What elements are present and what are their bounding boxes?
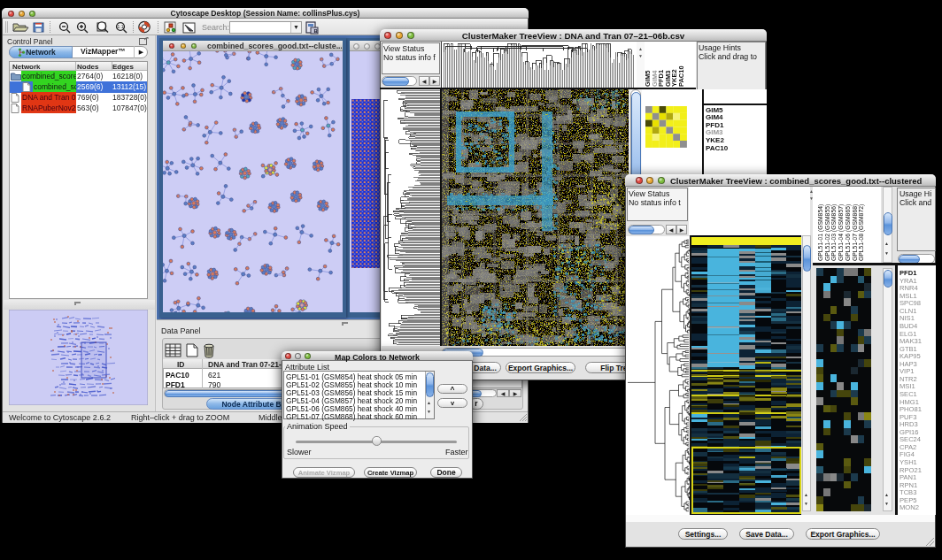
svg-text:MON2: MON2 bbox=[900, 503, 919, 511]
svg-text:GPL51-08 (GSM872): GPL51-08 (GSM872) bbox=[858, 204, 865, 261]
svg-text:B: B bbox=[314, 28, 319, 34]
svg-text:1:1: 1:1 bbox=[118, 24, 124, 29]
svg-text:PAC10: PAC10 bbox=[677, 65, 685, 87]
